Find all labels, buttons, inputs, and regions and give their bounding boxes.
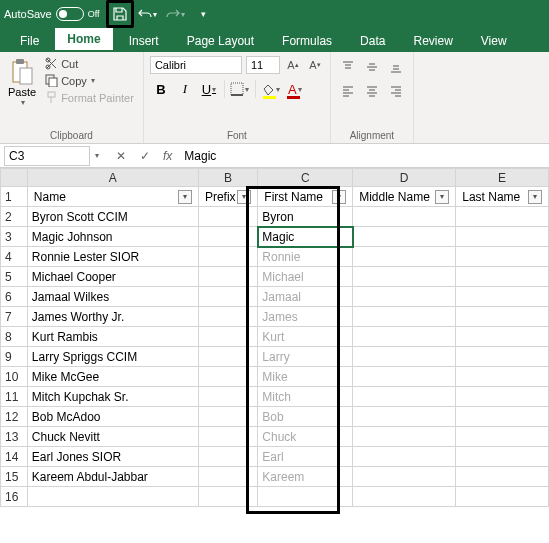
cell[interactable] bbox=[353, 307, 456, 327]
cell[interactable]: Chuck bbox=[258, 427, 353, 447]
cell[interactable] bbox=[353, 447, 456, 467]
cell[interactable]: Ronnie Lester SIOR bbox=[27, 247, 198, 267]
cell[interactable]: Kurt Rambis bbox=[27, 327, 198, 347]
cell[interactable]: Magic Johnson bbox=[27, 227, 198, 247]
cell[interactable]: Kareem bbox=[258, 467, 353, 487]
cell[interactable] bbox=[198, 387, 257, 407]
cell[interactable] bbox=[456, 207, 549, 227]
col-header-E[interactable]: E bbox=[456, 169, 549, 187]
cell[interactable]: Larry Spriggs CCIM bbox=[27, 347, 198, 367]
cell[interactable]: Earl bbox=[258, 447, 353, 467]
header-cell-name[interactable]: Name▾ bbox=[27, 187, 198, 207]
cell[interactable] bbox=[198, 207, 257, 227]
row-header[interactable]: 1 bbox=[1, 187, 28, 207]
cell[interactable]: Byron bbox=[258, 207, 353, 227]
cell[interactable] bbox=[198, 467, 257, 487]
cell[interactable] bbox=[198, 247, 257, 267]
cell[interactable] bbox=[456, 307, 549, 327]
cell[interactable] bbox=[353, 227, 456, 247]
cell[interactable] bbox=[456, 387, 549, 407]
row-header[interactable]: 7 bbox=[1, 307, 28, 327]
cell[interactable]: Mike bbox=[258, 367, 353, 387]
cell[interactable] bbox=[456, 427, 549, 447]
cell[interactable]: Earl Jones SIOR bbox=[27, 447, 198, 467]
font-color-button[interactable]: A▾ bbox=[284, 78, 306, 100]
cell[interactable] bbox=[456, 367, 549, 387]
formula-input[interactable] bbox=[178, 147, 549, 165]
cell[interactable] bbox=[198, 447, 257, 467]
borders-button[interactable]: ▾ bbox=[229, 78, 251, 100]
filter-button[interactable]: ▾ bbox=[178, 190, 192, 204]
row-header[interactable]: 3 bbox=[1, 227, 28, 247]
bold-button[interactable]: B bbox=[150, 78, 172, 100]
cell[interactable]: Mitch Kupchak Sr. bbox=[27, 387, 198, 407]
autosave-toggle[interactable]: AutoSave Off bbox=[4, 7, 100, 21]
cell[interactable] bbox=[27, 487, 198, 507]
cell[interactable] bbox=[198, 407, 257, 427]
align-top-button[interactable] bbox=[337, 56, 359, 78]
cell[interactable] bbox=[198, 307, 257, 327]
cell[interactable] bbox=[198, 347, 257, 367]
cell[interactable]: James bbox=[258, 307, 353, 327]
row-header[interactable]: 10 bbox=[1, 367, 28, 387]
cancel-edit-button[interactable]: ✕ bbox=[109, 146, 133, 166]
italic-button[interactable]: I bbox=[174, 78, 196, 100]
cell[interactable]: Mike McGee bbox=[27, 367, 198, 387]
col-header-D[interactable]: D bbox=[353, 169, 456, 187]
cell[interactable]: Kareem Abdul-Jabbar bbox=[27, 467, 198, 487]
cell[interactable]: Mitch bbox=[258, 387, 353, 407]
cell[interactable]: Magic bbox=[258, 227, 353, 247]
col-header-C[interactable]: C bbox=[258, 169, 353, 187]
cell[interactable] bbox=[198, 327, 257, 347]
cell[interactable] bbox=[198, 267, 257, 287]
cell[interactable] bbox=[353, 207, 456, 227]
tab-insert[interactable]: Insert bbox=[117, 30, 171, 52]
cell[interactable] bbox=[353, 247, 456, 267]
row-header[interactable]: 12 bbox=[1, 407, 28, 427]
row-header[interactable]: 9 bbox=[1, 347, 28, 367]
cell[interactable]: Larry bbox=[258, 347, 353, 367]
cell[interactable] bbox=[198, 227, 257, 247]
font-name-select[interactable] bbox=[150, 56, 242, 74]
cell[interactable]: James Worthy Jr. bbox=[27, 307, 198, 327]
filter-button[interactable]: ▾ bbox=[237, 190, 251, 204]
align-left-button[interactable] bbox=[337, 80, 359, 102]
cell[interactable] bbox=[456, 467, 549, 487]
fx-icon[interactable]: fx bbox=[157, 149, 178, 163]
header-cell-last-name[interactable]: Last Name▾ bbox=[456, 187, 549, 207]
row-header[interactable]: 11 bbox=[1, 387, 28, 407]
cell[interactable]: Jamaal bbox=[258, 287, 353, 307]
cell[interactable] bbox=[198, 487, 257, 507]
cell[interactable] bbox=[353, 327, 456, 347]
select-all-corner[interactable] bbox=[1, 169, 28, 187]
align-bottom-button[interactable] bbox=[385, 56, 407, 78]
qat-customize[interactable]: ▾ bbox=[190, 0, 218, 28]
align-middle-button[interactable] bbox=[361, 56, 383, 78]
col-header-B[interactable]: B bbox=[198, 169, 257, 187]
row-header[interactable]: 5 bbox=[1, 267, 28, 287]
tab-page-layout[interactable]: Page Layout bbox=[175, 30, 266, 52]
copy-button[interactable]: Copy ▾ bbox=[42, 73, 137, 88]
undo-button[interactable]: ▾ bbox=[134, 0, 162, 28]
tab-view[interactable]: View bbox=[469, 30, 519, 52]
confirm-edit-button[interactable]: ✓ bbox=[133, 146, 157, 166]
paste-button[interactable]: Paste ▾ bbox=[6, 56, 38, 128]
tab-review[interactable]: Review bbox=[401, 30, 464, 52]
row-header[interactable]: 8 bbox=[1, 327, 28, 347]
tab-file[interactable]: File bbox=[8, 30, 51, 52]
cell[interactable] bbox=[353, 387, 456, 407]
cell[interactable] bbox=[353, 267, 456, 287]
tab-data[interactable]: Data bbox=[348, 30, 397, 52]
cell[interactable] bbox=[353, 407, 456, 427]
spreadsheet-grid[interactable]: A B C D E 1 Name▾ Prefix▾ First Name▾ Mi… bbox=[0, 168, 549, 507]
cell[interactable] bbox=[456, 267, 549, 287]
row-header[interactable]: 2 bbox=[1, 207, 28, 227]
toggle-off-icon[interactable] bbox=[56, 7, 84, 21]
font-size-select[interactable] bbox=[246, 56, 280, 74]
filter-button[interactable]: ▾ bbox=[435, 190, 449, 204]
header-cell-prefix[interactable]: Prefix▾ bbox=[198, 187, 257, 207]
cell[interactable]: Ronnie bbox=[258, 247, 353, 267]
header-cell-middle-name[interactable]: Middle Name▾ bbox=[353, 187, 456, 207]
chevron-down-icon[interactable]: ▾ bbox=[95, 151, 99, 160]
row-header[interactable]: 13 bbox=[1, 427, 28, 447]
